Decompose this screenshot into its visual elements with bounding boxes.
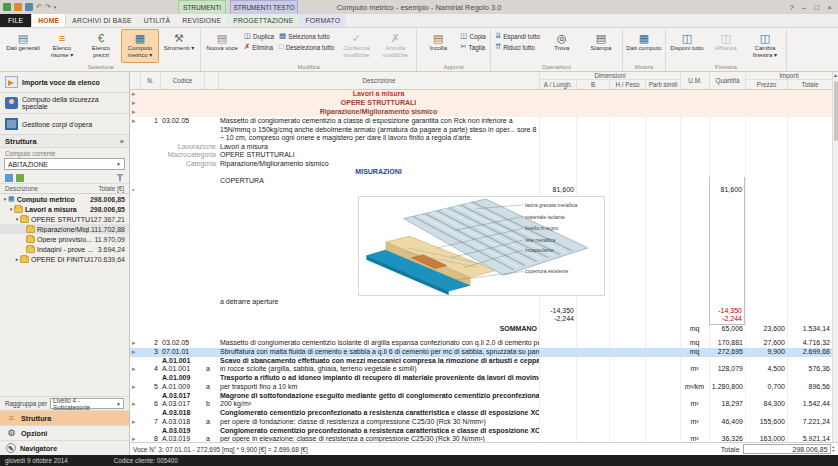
row-expand-icon[interactable]: ▸ xyxy=(130,348,140,357)
minimize-icon[interactable]: – xyxy=(802,3,806,12)
table-row[interactable]: MISURAZIONI xyxy=(130,168,832,177)
tree-item[interactable]: Indagini - prove ...3.694,24 xyxy=(0,244,129,254)
tab-utilità[interactable]: UTILITÀ xyxy=(138,13,177,27)
taglia-button[interactable]: ✂Taglia xyxy=(458,42,488,52)
dati-generali-button[interactable]: ▤Dati generali xyxy=(4,29,42,63)
elimina-button[interactable]: ✗Elimina xyxy=(242,42,276,52)
row-expand-icon[interactable]: ▸ xyxy=(130,90,140,99)
row-expand-icon[interactable]: ▸ xyxy=(130,418,140,427)
row-expand-icon[interactable]: ▸ xyxy=(130,435,140,442)
table-row[interactable]: A.01.009Trasporto a rifiuto o ad idoneo … xyxy=(130,374,832,383)
table-row[interactable]: MacrocategoriaOPERE STRUTTURALI xyxy=(130,151,832,160)
scrollbar-thumb[interactable] xyxy=(834,81,838,141)
elenco-risorse-button[interactable]: ≡Elenco risorse ▾ xyxy=(43,29,81,63)
tree-item[interactable]: Riparazione/Migl...111.702,88 xyxy=(0,224,129,234)
save-icon[interactable] xyxy=(25,3,33,11)
scroll-up-icon[interactable]: ▲ xyxy=(833,72,838,79)
expand-tree-icon[interactable] xyxy=(5,174,13,182)
redo-icon[interactable]: ↷ xyxy=(45,3,51,11)
table-row[interactable]: LavorazioneLavori a misura xyxy=(130,143,832,152)
trova-button[interactable]: ◎Trova xyxy=(543,29,581,63)
table-row[interactable]: ▸Riparazione/Miglioramento sismico xyxy=(130,108,832,117)
riduci-tutto-button[interactable]: ⇈Riduci tutto xyxy=(493,42,542,52)
duplica-button[interactable]: ◫Duplica xyxy=(242,31,276,41)
filter-icon[interactable] xyxy=(116,174,124,182)
tab-progettazione[interactable]: PROGETTAZIONE xyxy=(227,13,299,27)
tab-archivi-di-base[interactable]: ARCHIVI DI BASE xyxy=(66,13,137,27)
incolla-button[interactable]: ▤Incolla xyxy=(419,29,457,63)
copia-button[interactable]: ◫Copia xyxy=(458,31,488,41)
table-row[interactable]: -2,244-2,244 xyxy=(130,315,832,324)
table-row[interactable]: COPERTURA xyxy=(130,177,832,186)
table-row[interactable]: ▸307.01.01Sbruffatura con malta fluida d… xyxy=(130,348,832,357)
maximize-icon[interactable]: □ xyxy=(814,3,819,12)
table-row[interactable]: A.03.017Magrone di sottofondazione esegu… xyxy=(130,392,832,401)
tree-item[interactable]: ▸OPERE DI FINITURA170.639,64 xyxy=(0,254,129,264)
table-row[interactable]: lastra grecata metallica materiale isola… xyxy=(130,194,832,298)
group-by-select[interactable]: Livello 4 - Subcategorie ▼ xyxy=(50,398,124,409)
spinner-icons[interactable]: ▲▼ xyxy=(831,445,835,453)
tab-file[interactable]: FILE xyxy=(0,13,31,27)
collapse-panel-icon[interactable]: « xyxy=(120,137,124,146)
table-row[interactable]: ▸103.02.05Massetto di conglomerato cemen… xyxy=(130,117,832,143)
annulla-modifiche-button[interactable]: ✗Annulla modifiche xyxy=(376,29,414,63)
vertical-scrollbar[interactable]: ▲ xyxy=(832,72,838,442)
seleziona-tutto-button[interactable]: ▦Seleziona tutto xyxy=(277,31,336,41)
strumenti-button[interactable]: ⚒Strumenti ▾ xyxy=(160,29,198,63)
elenco-prezzi-button[interactable]: €Elenco prezzi xyxy=(82,29,120,63)
row-expand-icon[interactable]: ▸ xyxy=(130,117,140,143)
help-icon[interactable]: ? xyxy=(790,3,794,12)
sidebar-nav-struttura[interactable]: ≡ Struttura xyxy=(0,410,129,425)
table-row[interactable]: SOMMANOmq65,00623,6001.534,14 xyxy=(130,324,832,334)
collapse-tree-icon[interactable] xyxy=(16,174,24,182)
tree-item[interactable]: ▾Lavori a misura298.006,85 xyxy=(0,204,129,214)
computo-corrente-select[interactable]: ABITAZIONE ▼ xyxy=(4,158,125,170)
row-expand-icon[interactable]: ▸ xyxy=(130,365,140,374)
tree-item[interactable]: ▾OPERE STRUTTURALI127.367,21 xyxy=(0,214,129,224)
table-row[interactable]: ▸Lavori a misura xyxy=(130,90,832,99)
tree-item[interactable]: Opere provvisio...11.970,09 xyxy=(0,234,129,244)
espandi-tutto-button[interactable]: ⇊Espandi tutto xyxy=(493,31,542,41)
table-row[interactable]: a detrarre aperture xyxy=(130,298,832,307)
table-row[interactable]: ▪81,60081,600 xyxy=(130,186,832,195)
row-expand-icon[interactable]: ▸ xyxy=(130,339,140,348)
table-row[interactable]: ▸7A.03.018aper opere di fondazione: clas… xyxy=(130,418,832,427)
row-expand-icon[interactable]: ▸ xyxy=(130,383,140,392)
row-expand-icon[interactable]: ▸ xyxy=(130,99,140,108)
qat-dropdown-icon[interactable]: ▾ xyxy=(54,3,57,11)
tab-formato[interactable]: FORMATO xyxy=(299,13,346,27)
table-row[interactable]: ▸203.02.05Massetto di conglomerato cemen… xyxy=(130,339,832,348)
tab-home[interactable]: HOME xyxy=(31,13,66,27)
table-row[interactable]: ▸8A.03.019aper opere in elevazione: clas… xyxy=(130,435,832,442)
table-row[interactable]: CategoriaRiparazione/Miglioramento sismi… xyxy=(130,160,832,169)
conferma-modifiche-button[interactable]: ✓Conferma modifiche xyxy=(337,29,375,63)
importa-voce-da-elenco-button[interactable]: Importa voce da elenco xyxy=(0,72,129,93)
disponi-tutto-button[interactable]: ◫Disponi tutto xyxy=(668,29,706,63)
tree-item[interactable]: ▾▦Computo metrico298.006,85 xyxy=(0,194,129,204)
deseleziona-tutto-button[interactable]: □Deseleziona tutto xyxy=(277,42,336,52)
table-row[interactable]: A.01.001Scavo di sbancamento effettuato … xyxy=(130,357,832,366)
table-row[interactable]: ▸6A.03.017b200 kg/m³m³18,29784,3001.542,… xyxy=(130,400,832,409)
table-row[interactable]: ▸4A.01.001ain rocce sciolte (argilla, sa… xyxy=(130,365,832,374)
row-expand-icon[interactable]: ▸ xyxy=(130,108,140,117)
table-row[interactable]: A.03.018Conglomerato cementizio preconfe… xyxy=(130,409,832,418)
computo-sicurezza-button[interactable]: Computo della sicurezza speciale xyxy=(0,93,129,114)
affianca-button[interactable]: ◫Affianca xyxy=(707,29,745,63)
table-row[interactable]: -14,350-14,350 xyxy=(130,307,832,316)
table-row[interactable]: ▸OPERE STRUTTURALI xyxy=(130,99,832,108)
sidebar-nav-navigatore[interactable]: ✎ Navigatore xyxy=(0,440,129,455)
table-row[interactable]: A.03.019Conglomerato cementizio preconfe… xyxy=(130,427,832,436)
sidebar-nav-opzioni[interactable]: ⚙ Opzioni xyxy=(0,425,129,440)
gestione-corpi-button[interactable]: Gestione corpi d'opera xyxy=(0,114,129,135)
row-expand-icon[interactable]: ▸ xyxy=(130,400,140,409)
open-icon[interactable] xyxy=(14,3,22,11)
stampa-button[interactable]: ▤Stampa xyxy=(582,29,620,63)
computo-metrico-button[interactable]: ▦Computo metrico ▾ xyxy=(121,29,159,63)
tab-revisione[interactable]: REVISIONE xyxy=(176,13,227,27)
table-row[interactable]: ▸5A.01.009aper trasporti fino a 10 kmm³/… xyxy=(130,383,832,392)
nuova-voce-button[interactable]: ▤Nuova voce xyxy=(203,29,241,63)
undo-icon[interactable]: ↶ xyxy=(36,3,42,11)
close-icon[interactable]: × xyxy=(827,3,832,12)
dati-computo-button[interactable]: ▦Dati computo xyxy=(625,29,663,63)
cambia-finestra-button[interactable]: ◫Cambia finestra ▾ xyxy=(746,29,784,63)
